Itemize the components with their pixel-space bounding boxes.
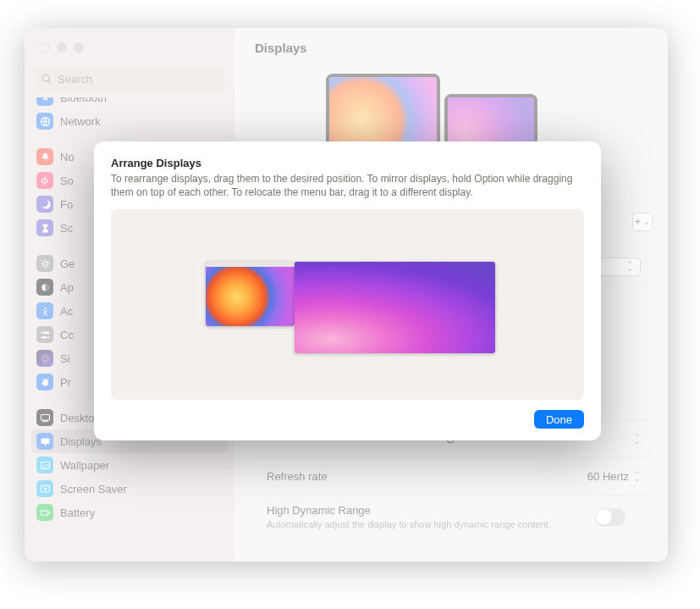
draggable-display-1[interactable] (206, 262, 295, 326)
menubar-indicator[interactable] (206, 262, 295, 267)
modal-title: Arrange Displays (111, 157, 584, 169)
modal-description: To rearrange displays, drag them to the … (111, 172, 584, 199)
draggable-display-2[interactable] (295, 262, 495, 353)
done-button[interactable]: Done (534, 410, 584, 429)
arrangement-arena (111, 209, 584, 400)
arrange-displays-modal: Arrange Displays To rearrange displays, … (94, 141, 601, 440)
